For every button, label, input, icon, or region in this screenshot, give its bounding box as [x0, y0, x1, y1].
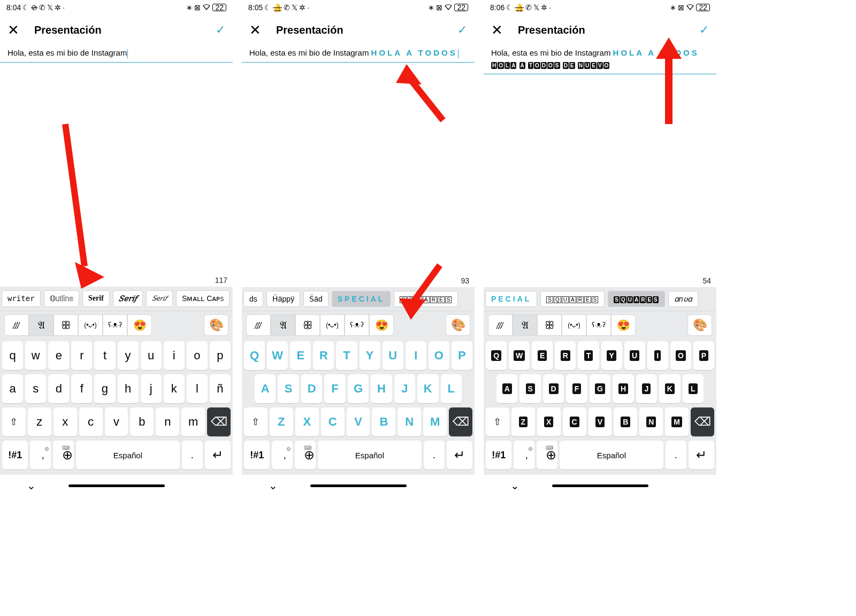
font-chip[interactable]: Serif	[82, 290, 110, 307]
shift-key[interactable]: ⇧	[486, 407, 509, 436]
palette-icon[interactable]: 🎨	[204, 314, 228, 336]
period-key[interactable]: .	[182, 441, 203, 469]
key-v[interactable]: V	[347, 407, 370, 436]
key-s[interactable]: s	[25, 374, 46, 403]
share-icon[interactable]: ⫻	[488, 314, 513, 336]
space-key[interactable]: Español	[76, 441, 180, 469]
key-m[interactable]: M	[423, 407, 447, 436]
font-chip[interactable]: Sᴍᴀʟʟ Cᴀᴘs	[176, 290, 230, 307]
key-t[interactable]: T	[336, 341, 357, 370]
clover-icon[interactable]: ꕥ	[54, 314, 78, 336]
key-n[interactable]: N	[398, 407, 421, 436]
emoji-icon[interactable]: 😍	[369, 314, 394, 336]
font-chip[interactable]: 𝘚𝘦𝘳𝘪𝘧	[146, 290, 173, 307]
emoji-icon[interactable]: 😍	[611, 314, 636, 336]
key-y[interactable]: y	[118, 341, 139, 370]
key-v[interactable]: v	[105, 407, 128, 436]
key-z[interactable]: z	[28, 407, 51, 436]
bio-input[interactable]: Hola, esta es mi bio de Instagram HOLA A…	[242, 45, 475, 63]
key-x[interactable]: X	[537, 407, 561, 436]
key-i[interactable]: I	[406, 341, 426, 370]
period-key[interactable]: .	[666, 441, 686, 469]
key-f[interactable]: f	[71, 374, 92, 403]
key-q[interactable]: Q	[244, 341, 265, 370]
key-r[interactable]: r	[71, 341, 92, 370]
key-m[interactable]: m	[181, 407, 205, 436]
key-h[interactable]: H	[371, 374, 392, 403]
key-s[interactable]: S	[278, 374, 299, 403]
enter-key[interactable]: ↵	[447, 441, 472, 469]
key-s[interactable]: S	[519, 374, 540, 403]
globe-key[interactable]: ⌨⊕	[295, 441, 316, 469]
key-v[interactable]: V	[588, 407, 612, 436]
bear-icon[interactable]: ʕ·ᴥ·ʔ	[586, 314, 611, 336]
confirm-icon[interactable]: ✓	[457, 23, 467, 37]
comma-key[interactable]: ⚙,	[514, 441, 534, 469]
key-d[interactable]: d	[48, 374, 69, 403]
backspace-key[interactable]: ⌫	[449, 407, 472, 436]
key-t[interactable]: T	[578, 341, 599, 370]
numeric-key[interactable]: !#1	[244, 441, 270, 469]
globe-key[interactable]: ⌨⊕	[53, 441, 74, 469]
key-j[interactable]: J	[394, 374, 415, 403]
key-l[interactable]: L	[683, 374, 704, 403]
font-style-row[interactable]: writer 𝕆utline Serif 𝑆𝑒𝑟𝑖𝑓 𝘚𝘦𝘳𝘪𝘧 Sᴍᴀʟʟ C…	[0, 287, 233, 311]
key-f[interactable]: F	[324, 374, 345, 403]
key-k[interactable]: K	[417, 374, 438, 403]
emoji-icon[interactable]: 😍	[127, 314, 152, 336]
key-x[interactable]: x	[54, 407, 77, 436]
key-i[interactable]: I	[647, 341, 668, 370]
key-o[interactable]: o	[187, 341, 208, 370]
key-a[interactable]: a	[2, 374, 23, 403]
key-z[interactable]: Z	[511, 407, 535, 436]
key-r[interactable]: R	[313, 341, 334, 370]
key-y[interactable]: Y	[360, 341, 380, 370]
palette-icon[interactable]: 🎨	[687, 314, 712, 336]
clover-icon[interactable]: ꕥ	[295, 314, 320, 336]
globe-key[interactable]: ⌨⊕	[537, 441, 557, 469]
key-i[interactable]: i	[164, 341, 185, 370]
confirm-icon[interactable]: ✓	[216, 23, 225, 37]
key-g[interactable]: G	[348, 374, 369, 403]
font-chip[interactable]: SQUARES	[540, 291, 605, 307]
key-x[interactable]: X	[295, 407, 319, 436]
font-icon[interactable]: 𝔄	[271, 314, 295, 336]
key-t[interactable]: t	[94, 341, 115, 370]
font-style-row[interactable]: PECIAL SQUARES SQUARES ɑnʋɑ	[484, 287, 716, 311]
chevron-down-icon[interactable]: ⌄	[27, 479, 36, 492]
kaomoji-icon[interactable]: (•ᴗ•)	[320, 314, 345, 336]
confirm-icon[interactable]: ✓	[699, 23, 709, 37]
key-k[interactable]: K	[659, 374, 680, 403]
key-p[interactable]: P	[693, 341, 714, 370]
key-h[interactable]: H	[613, 374, 633, 403]
key-o[interactable]: O	[429, 341, 449, 370]
key-e[interactable]: E	[532, 341, 553, 370]
key-b[interactable]: B	[372, 407, 395, 436]
space-key[interactable]: Español	[560, 441, 663, 469]
backspace-key[interactable]: ⌫	[691, 407, 714, 436]
share-icon[interactable]: ⫻	[4, 314, 29, 336]
key-c[interactable]: C	[321, 407, 345, 436]
clover-icon[interactable]: ꕥ	[537, 314, 562, 336]
font-chip[interactable]: Ḧäppÿ	[266, 291, 300, 307]
comma-key[interactable]: ⚙,	[272, 441, 293, 469]
key-g[interactable]: G	[590, 374, 610, 403]
chevron-down-icon[interactable]: ⌄	[510, 479, 519, 492]
key-a[interactable]: A	[496, 374, 517, 403]
key-f[interactable]: F	[566, 374, 587, 403]
key-u[interactable]: U	[383, 341, 403, 370]
share-icon[interactable]: ⫻	[246, 314, 271, 336]
key-l[interactable]: l	[187, 374, 208, 403]
key-w[interactable]: W	[267, 341, 288, 370]
period-key[interactable]: .	[424, 441, 445, 469]
key-w[interactable]: w	[25, 341, 46, 370]
close-icon[interactable]: ✕	[7, 22, 19, 38]
key-b[interactable]: B	[614, 407, 637, 436]
numeric-key[interactable]: !#1	[486, 441, 511, 469]
font-chip[interactable]: ds	[243, 291, 263, 307]
close-icon[interactable]: ✕	[249, 22, 261, 38]
shift-key[interactable]: ⇧	[244, 407, 268, 436]
home-indicator[interactable]	[552, 484, 648, 487]
chevron-down-icon[interactable]: ⌄	[269, 479, 278, 492]
key-k[interactable]: k	[164, 374, 185, 403]
